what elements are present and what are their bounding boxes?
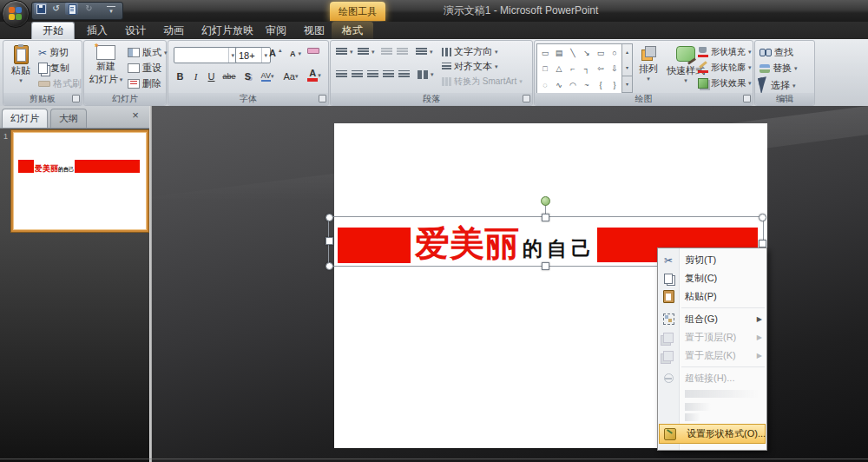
copy-button[interactable]: 复制 <box>38 62 69 75</box>
numbering-button[interactable]: ▾ <box>358 48 375 56</box>
distribute-button[interactable] <box>398 70 410 79</box>
menu-item-copy[interactable]: 复制(C) <box>658 269 766 287</box>
tab-view[interactable]: 视图 <box>293 22 335 39</box>
decrease-indent-button[interactable] <box>381 48 392 56</box>
shape-icon[interactable]: } <box>613 81 615 89</box>
cut-button[interactable]: ✂ 剪切 <box>38 46 69 59</box>
tab-slides-thumbnails[interactable]: 幻灯片 <box>2 109 48 128</box>
align-text-button[interactable]: 对齐文本 ▾ <box>442 60 498 73</box>
convert-smartart-button[interactable]: 转换为 SmartArt ▾ <box>442 76 523 88</box>
shrink-font-button[interactable]: A▾ <box>290 50 301 58</box>
shape-outline-button[interactable]: 形状轮廓 ▾ <box>698 62 752 74</box>
shape-effects-button[interactable]: 形状效果 ▾ <box>698 77 752 89</box>
line-spacing-button[interactable]: ▾ <box>416 48 433 56</box>
redo-button[interactable]: ↻ <box>82 3 95 15</box>
grow-font-button[interactable]: A▴ <box>269 48 281 58</box>
clear-formatting-button[interactable] <box>307 48 319 54</box>
menu-item-bring-to-front[interactable]: 置于顶层(R) ▶ <box>658 328 766 346</box>
rotation-handle[interactable] <box>541 196 550 206</box>
shape-icon[interactable]: △ <box>556 64 562 73</box>
italic-button[interactable]: I <box>188 69 203 83</box>
tab-insert[interactable]: 插入 <box>76 22 118 39</box>
shape-icon[interactable]: ◠ <box>569 81 576 89</box>
save-button[interactable] <box>34 3 47 15</box>
text-direction-button[interactable]: 文字方向 ▾ <box>442 45 498 58</box>
change-case-button[interactable]: Aa▾ <box>280 69 301 83</box>
shape-icon[interactable]: ⌐ <box>570 64 575 73</box>
scroll-up-icon[interactable]: ▴ <box>622 44 632 60</box>
menu-item-paste[interactable]: 粘贴(P) <box>658 287 766 306</box>
menu-item-hyperlink[interactable]: 超链接(H)... <box>658 369 766 387</box>
shape-fill-button[interactable]: 形状填充 ▾ <box>698 46 752 58</box>
menu-item-cut[interactable]: ✂ 剪切(T) <box>658 251 766 269</box>
menu-item-format-shape[interactable]: 设置形状格式(O)... <box>659 424 766 444</box>
format-painter-button[interactable]: 格式刷 <box>38 77 82 90</box>
shape-icon[interactable]: ▭ <box>597 49 605 57</box>
tab-review[interactable]: 审阅 <box>255 22 297 39</box>
shape-icon[interactable]: ○ <box>612 49 616 57</box>
arrange-button[interactable]: 排列 ▾ <box>633 46 664 82</box>
shape-icon[interactable]: ⇩ <box>611 64 618 73</box>
font-dialog-launcher-icon[interactable] <box>319 95 326 102</box>
customize-quick-access-icon[interactable]: ▾ <box>107 6 115 16</box>
office-button[interactable] <box>2 0 30 28</box>
scroll-down-icon[interactable]: ▾ <box>622 60 632 76</box>
replace-button[interactable]: 替换 ▾ <box>760 62 798 75</box>
reset-button[interactable]: 重设 <box>128 62 161 75</box>
tab-slideshow[interactable]: 幻灯片放映 <box>191 22 264 39</box>
underline-button[interactable]: U <box>204 69 219 83</box>
shape-icon[interactable]: ┐ <box>584 64 589 73</box>
preview-button[interactable] <box>65 3 78 15</box>
shape-icon[interactable]: ╲ <box>570 49 575 57</box>
panel-splitter[interactable] <box>149 106 152 462</box>
shape-icon[interactable]: ∿ <box>556 81 562 89</box>
handle-top-right[interactable] <box>759 214 766 221</box>
align-right-button[interactable] <box>367 70 378 79</box>
shape-icon[interactable]: ⇦ <box>597 64 604 73</box>
shape-icon[interactable]: ~ <box>584 81 589 89</box>
handle-middle-left[interactable] <box>326 237 333 245</box>
text-shadow-button[interactable]: S <box>240 69 255 83</box>
slide-thumbnail[interactable]: 爱美丽的自己 <box>11 130 148 232</box>
font-name-combo[interactable]: ▾ <box>174 47 238 63</box>
columns-button[interactable]: ▾ <box>418 70 434 79</box>
paste-button[interactable]: 粘贴 ▾ <box>8 45 34 84</box>
menu-item-send-to-back[interactable]: 置于底层(K) ▶ <box>658 346 766 365</box>
close-panel-icon[interactable]: × <box>128 109 142 122</box>
more-shapes-icon[interactable]: ▾ <box>622 76 632 92</box>
shape-icon[interactable]: ↘ <box>583 49 590 57</box>
align-left-button[interactable] <box>336 70 347 79</box>
select-button[interactable]: 选择 ▾ <box>760 77 796 94</box>
shape-icon[interactable]: ▭ <box>542 49 549 57</box>
handle-top-center[interactable] <box>542 214 549 221</box>
bullets-button[interactable]: ▾ <box>336 48 353 56</box>
paragraph-dialog-launcher-icon[interactable] <box>523 95 530 102</box>
tab-animation[interactable]: 动画 <box>153 22 194 39</box>
new-slide-button[interactable]: * 新建 幻灯片▾ <box>88 45 124 86</box>
menu-item-group[interactable]: 组合(G) ▶ <box>658 310 766 328</box>
bold-button[interactable]: B <box>173 69 187 83</box>
strikethrough-button[interactable]: abe <box>220 69 239 83</box>
font-color-button[interactable]: A▾ <box>304 68 325 82</box>
tab-home[interactable]: 开始 <box>31 22 75 40</box>
find-button[interactable]: 查找 <box>760 46 793 59</box>
drawing-dialog-launcher-icon[interactable] <box>743 95 751 102</box>
increase-indent-button[interactable] <box>397 48 408 56</box>
shape-icon[interactable]: □ <box>542 64 547 73</box>
undo-button[interactable]: ↺ <box>49 3 62 15</box>
shape-icon[interactable]: ◌ <box>542 81 547 89</box>
justify-button[interactable] <box>383 70 394 79</box>
handle-middle-right[interactable] <box>759 240 766 248</box>
shape-icon[interactable]: { <box>599 81 602 89</box>
tab-format[interactable]: 格式 <box>332 22 373 39</box>
font-size-combo[interactable]: 18+ ▾ <box>235 47 271 63</box>
handle-bottom-left[interactable] <box>326 262 333 270</box>
tab-outline[interactable]: 大纲 <box>50 109 87 128</box>
shapes-scroll[interactable]: ▴ ▾ ▾ <box>621 43 633 93</box>
character-spacing-button[interactable]: AV▾ <box>256 69 279 83</box>
shapes-gallery[interactable]: ▭ ▤ ╲ ↘ ▭ ○ □ △ ⌐ ┐ ⇦ ⇩ ◌ ∿ ◠ ~ { } <box>536 43 623 95</box>
clipboard-dialog-launcher-icon[interactable] <box>72 95 80 102</box>
align-center-button[interactable] <box>352 70 363 79</box>
layout-button[interactable]: 版式 ▾ <box>128 46 168 59</box>
tab-design[interactable]: 设计 <box>115 22 156 39</box>
